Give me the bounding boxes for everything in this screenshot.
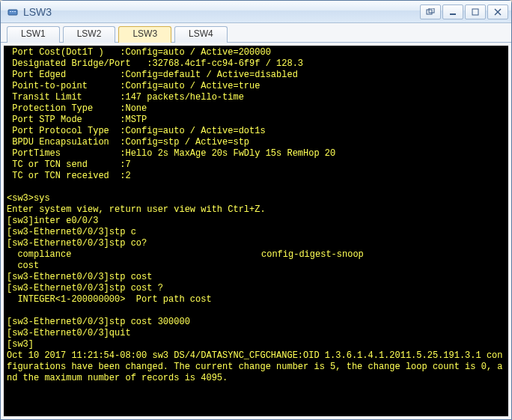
titlebar: LSW3 bbox=[1, 1, 511, 23]
maximize-button[interactable] bbox=[465, 4, 486, 19]
svg-rect-0 bbox=[8, 10, 17, 15]
tab-lsw2[interactable]: LSW2 bbox=[63, 26, 116, 43]
svg-rect-3 bbox=[14, 11, 16, 12]
terminal-line: [sw3-Ethernet0/0/3]stp cost bbox=[7, 272, 505, 283]
tab-lsw1[interactable]: LSW1 bbox=[7, 26, 60, 43]
popout-button[interactable] bbox=[420, 4, 441, 19]
terminal-line: [sw3-Ethernet0/0/3]stp cost ? bbox=[7, 283, 505, 294]
close-button[interactable] bbox=[487, 4, 508, 19]
window-title: LSW3 bbox=[23, 6, 420, 18]
terminal-line: [sw3-Ethernet0/0/3]stp co? bbox=[7, 238, 505, 249]
minimize-button[interactable] bbox=[442, 4, 463, 19]
tab-lsw4[interactable]: LSW4 bbox=[174, 26, 228, 43]
terminal-line: BPDU Encapsulation :Config=stp / Active=… bbox=[7, 137, 505, 148]
terminal-line: Port Cost(Dot1T ) :Config=auto / Active=… bbox=[7, 47, 505, 58]
terminal-line: cost bbox=[7, 261, 505, 272]
terminal-line bbox=[7, 305, 505, 317]
terminal-line: Point-to-point :Config=auto / Active=tru… bbox=[7, 81, 505, 92]
terminal-line: TC or TCN received :2 bbox=[7, 171, 505, 182]
svg-rect-1 bbox=[10, 11, 11, 12]
terminal-line: TC or TCN send :7 bbox=[7, 159, 505, 171]
svg-rect-2 bbox=[12, 11, 13, 12]
terminal-line: Protection Type :None bbox=[7, 103, 505, 115]
terminal-container: Port Cost(Dot1T ) :Config=auto / Active=… bbox=[1, 43, 511, 419]
terminal-line: Port STP Mode :MSTP bbox=[7, 115, 505, 126]
app-window: LSW3 LSW1 LSW2 LSW3 LSW4 Port Cost(Dot1T… bbox=[0, 0, 512, 420]
terminal-line: <sw3>sys bbox=[7, 193, 505, 204]
terminal-line: Oct 10 2017 11:21:54-08:00 sw3 DS/4/DATA… bbox=[7, 350, 505, 384]
tab-strip: LSW1 LSW2 LSW3 LSW4 bbox=[1, 23, 511, 43]
terminal-line: PortTimes :Hello 2s MaxAge 20s FwDly 15s… bbox=[7, 148, 505, 159]
terminal-line: [sw3] bbox=[7, 339, 505, 350]
terminal[interactable]: Port Cost(Dot1T ) :Config=auto / Active=… bbox=[4, 46, 508, 416]
app-icon bbox=[7, 6, 19, 18]
terminal-line: [sw3-Ethernet0/0/3]stp cost 300000 bbox=[7, 317, 505, 328]
terminal-line: [sw3-Ethernet0/0/3]stp c bbox=[7, 227, 505, 238]
terminal-line: Port Protocol Type :Config=auto / Active… bbox=[7, 126, 505, 137]
terminal-line bbox=[7, 384, 505, 395]
svg-rect-7 bbox=[472, 9, 478, 15]
terminal-line: [sw3]inter e0/0/3 bbox=[7, 216, 505, 227]
tab-lsw3[interactable]: LSW3 bbox=[118, 26, 171, 43]
terminal-line bbox=[7, 182, 505, 193]
terminal-line: INTEGER<1-200000000> Port path cost bbox=[7, 294, 505, 305]
terminal-line: [sw3-Ethernet0/0/3]quit bbox=[7, 328, 505, 339]
window-buttons bbox=[420, 4, 508, 19]
terminal-line: Port Edged :Config=default / Active=disa… bbox=[7, 70, 505, 81]
terminal-line: Transit Limit :147 packets/hello-time bbox=[7, 92, 505, 103]
terminal-line: complianceconfig-digest-snoop bbox=[7, 249, 505, 261]
terminal-line: Designated Bridge/Port :32768.4c1f-cc94-… bbox=[7, 58, 505, 70]
terminal-line: Enter system view, return user view with… bbox=[7, 204, 505, 216]
